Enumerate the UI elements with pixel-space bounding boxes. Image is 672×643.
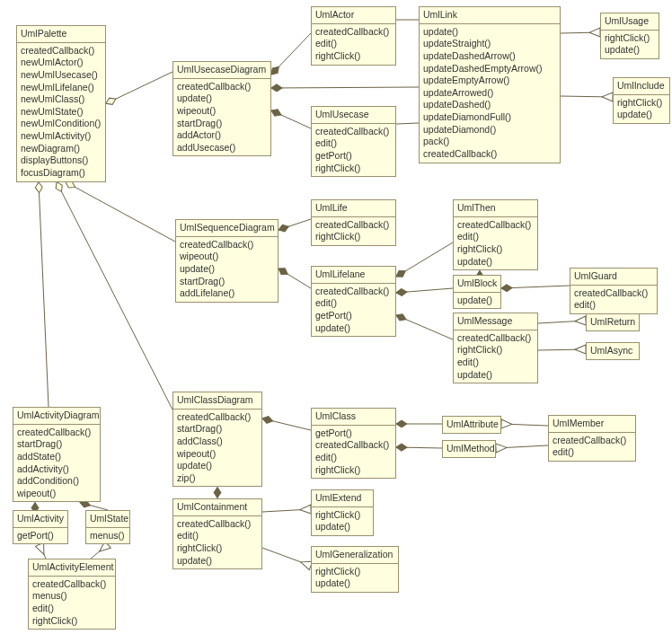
- class-UmlBlock[interactable]: UmlBlockupdate(): [453, 275, 501, 309]
- method: addClass(): [177, 436, 258, 448]
- method: createdCallback(): [32, 578, 111, 591]
- class-UmlGuard[interactable]: UmlGuardcreatedCallback()edit(): [570, 268, 658, 314]
- edge-UmlBlock-UmlGuard: [501, 286, 570, 288]
- class-UmlClassDiagram[interactable]: UmlClassDiagramcreatedCallback()startDra…: [172, 392, 262, 487]
- method: updateDiamondFull(): [423, 111, 556, 124]
- class-UmlUsecase[interactable]: UmlUsecasecreatedCallback()edit()getPort…: [311, 106, 396, 177]
- method: getPort(): [315, 427, 392, 440]
- method: createdCallback(): [177, 411, 258, 424]
- class-title: UmlMessage: [454, 313, 537, 330]
- method: updateDashedEmptyArrow(): [423, 63, 556, 75]
- class-methods: createdCallback()edit()rightClick(): [312, 24, 395, 65]
- class-title: UmlAsync: [587, 343, 639, 359]
- edge-UmlExtend-UmlContainment: [262, 509, 311, 512]
- method: menus(): [32, 590, 111, 603]
- class-UmlUsage[interactable]: UmlUsagerightClick()update(): [600, 13, 659, 59]
- method: newUmlActivity(): [21, 130, 102, 143]
- edge-UmlPalette-UmlUsecaseDiagram: [106, 72, 172, 103]
- method: rightClick(): [315, 50, 392, 63]
- class-UmlExtend[interactable]: UmlExtendrightClick()update(): [311, 489, 374, 536]
- class-UmlMethod[interactable]: UmlMethod: [442, 440, 496, 458]
- method: createdCallback(): [315, 286, 392, 298]
- edge-UmlPalette-UmlSequenceDiagram: [66, 182, 175, 242]
- method: createdCallback(): [574, 287, 653, 300]
- method: newUmlCondition(): [21, 118, 102, 130]
- class-UmlClass[interactable]: UmlClassgetPort()createdCallback()edit()…: [311, 408, 396, 479]
- method: displayButtons(): [21, 154, 102, 167]
- class-UmlPalette[interactable]: UmlPalettecreatedCallback()newUmlActor()…: [16, 25, 106, 182]
- method: update(): [315, 521, 369, 533]
- class-UmlState[interactable]: UmlStatemenus(): [85, 510, 130, 544]
- class-UmlGeneralization[interactable]: UmlGeneralizationrightClick()update(): [311, 546, 399, 593]
- class-title: UmlSequenceDiagram: [176, 220, 278, 237]
- method: newUmlClass(): [21, 93, 102, 106]
- method: zip(): [177, 472, 258, 485]
- class-UmlContainment[interactable]: UmlContainmentcreatedCallback()edit()rig…: [172, 498, 262, 569]
- method: pack(): [423, 136, 556, 148]
- class-UmlUsecaseDiagram[interactable]: UmlUsecaseDiagramcreatedCallback()update…: [172, 61, 271, 156]
- class-title: UmlExtend: [312, 490, 373, 507]
- class-title: UmlActivity: [13, 511, 67, 528]
- class-methods: rightClick()update(): [312, 507, 373, 535]
- method: rightClick(): [32, 615, 111, 628]
- method: edit(): [315, 297, 392, 310]
- method: update(): [177, 460, 258, 472]
- class-UmlReturn[interactable]: UmlReturn: [586, 313, 640, 331]
- class-UmlMessage[interactable]: UmlMessagecreatedCallback()rightClick()e…: [453, 313, 538, 383]
- class-title: UmlGuard: [570, 269, 657, 286]
- class-UmlLifelane[interactable]: UmlLifelanecreatedCallback()edit()getPor…: [311, 266, 396, 337]
- class-methods: update(): [454, 293, 500, 309]
- edge-UmlSequenceDiagram-UmlLife: [279, 219, 311, 230]
- class-UmlActivityDiagram[interactable]: UmlActivityDiagramcreatedCallback()start…: [13, 407, 101, 502]
- class-UmlInclude[interactable]: UmlIncluderightClick()update(): [613, 77, 670, 124]
- class-UmlAsync[interactable]: UmlAsync: [586, 342, 640, 360]
- class-title: UmlReturn: [587, 314, 639, 330]
- method: addUsecase(): [177, 142, 267, 154]
- method: update(): [457, 295, 497, 307]
- method: update(): [315, 577, 394, 590]
- method: update(): [177, 555, 258, 568]
- class-methods: getPort(): [13, 528, 67, 544]
- class-UmlThen[interactable]: UmlThencreatedCallback()edit()rightClick…: [453, 199, 538, 270]
- method: createdCallback(): [21, 45, 102, 57]
- edge-UmlClassDiagram-UmlClass: [262, 418, 311, 430]
- method: edit(): [315, 137, 392, 150]
- method: createdCallback(): [315, 26, 392, 39]
- method: edit(): [553, 446, 632, 459]
- class-UmlMember[interactable]: UmlMembercreatedCallback()edit(): [548, 415, 636, 462]
- class-methods: createdCallback()rightClick()edit()updat…: [454, 330, 537, 383]
- class-methods: createdCallback()newUmlActor()newUmlUsec…: [17, 43, 105, 181]
- class-UmlActivityElement[interactable]: UmlActivityElementcreatedCallback()menus…: [28, 559, 116, 630]
- method: focusDiagram(): [21, 167, 102, 180]
- method: updateDashedArrow(): [423, 50, 556, 63]
- class-title: UmlLife: [312, 200, 395, 217]
- class-UmlLife[interactable]: UmlLifecreatedCallback()rightClick(): [311, 199, 396, 246]
- class-UmlLink[interactable]: UmlLinkupdate()updateStraight()updateDas…: [419, 6, 561, 163]
- class-methods: createdCallback()edit()rightClick()updat…: [454, 217, 537, 270]
- class-methods: createdCallback()rightClick(): [312, 217, 395, 245]
- edge-UmlPalette-UmlActivityDiagram: [39, 182, 49, 407]
- class-methods: createdCallback()edit()rightClick()updat…: [173, 516, 261, 569]
- class-UmlSequenceDiagram[interactable]: UmlSequenceDiagramcreatedCallback()wipeo…: [175, 219, 279, 303]
- method: getPort(): [17, 530, 64, 542]
- class-UmlAttribute[interactable]: UmlAttribute: [442, 416, 501, 434]
- class-title: UmlPalette: [17, 26, 105, 43]
- edge-UmlAttribute-UmlMember: [501, 424, 548, 426]
- class-methods: createdCallback()edit(): [570, 286, 657, 313]
- edge-UmlAsync-UmlMessage: [538, 349, 586, 350]
- method: edit(): [457, 357, 534, 369]
- method: addCondition(): [17, 475, 96, 488]
- method: createdCallback(): [553, 435, 632, 447]
- method: updateDiamond(): [423, 124, 556, 137]
- edge-UmlLifelane-UmlThen: [396, 242, 453, 277]
- class-title: UmlGeneralization: [312, 547, 398, 564]
- edge-UmlGeneralization-UmlContainment: [262, 548, 311, 566]
- class-UmlActivity[interactable]: UmlActivitygetPort(): [13, 510, 68, 544]
- class-title: UmlUsecase: [312, 107, 395, 124]
- class-methods: createdCallback()edit()getPort()update(): [312, 284, 395, 337]
- method: update(): [180, 263, 274, 276]
- class-title: UmlActivityDiagram: [13, 408, 100, 425]
- class-UmlActor[interactable]: UmlActorcreatedCallback()edit()rightClic…: [311, 6, 396, 66]
- method: newUmlActor(): [21, 57, 102, 69]
- class-title: UmlMember: [549, 416, 635, 433]
